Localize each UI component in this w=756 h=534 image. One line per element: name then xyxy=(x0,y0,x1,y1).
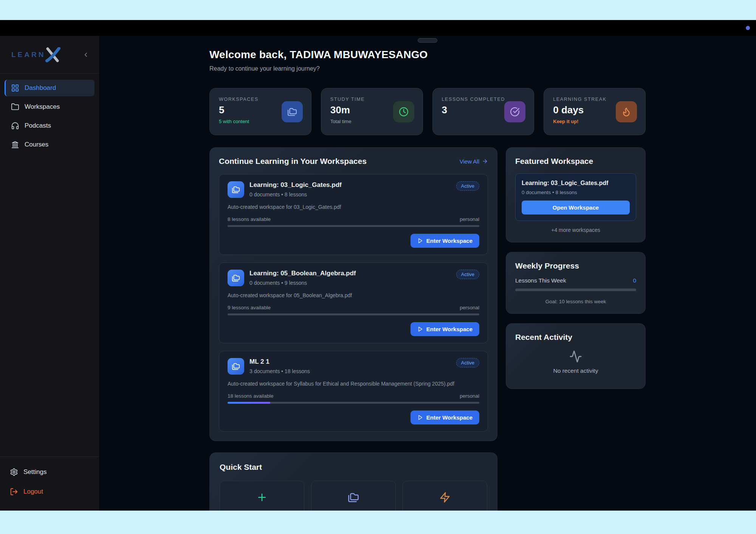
sidebar-item-dashboard[interactable]: Dashboard xyxy=(5,80,94,96)
sidebar-item-label: Courses xyxy=(25,141,48,148)
sidebar-item-label: Logout xyxy=(23,488,43,495)
stat-card-lessons-completed: LESSONS COMPLETED 3 xyxy=(432,88,534,135)
button-label: Enter Workspace xyxy=(426,414,472,421)
section-title: Recent Activity xyxy=(515,333,636,342)
logout-icon xyxy=(10,488,18,496)
recent-activity-panel: Recent Activity No recent activity xyxy=(506,323,646,389)
weekly-progress-track xyxy=(515,289,636,291)
section-title: Continue Learning in Your Workspaces xyxy=(219,157,367,166)
enter-workspace-button[interactable]: Enter Workspace xyxy=(411,234,479,248)
status-badge: Active xyxy=(456,358,479,367)
clock-icon xyxy=(393,101,414,122)
activity-pulse-icon xyxy=(569,350,582,363)
workspace-card-logic-gates[interactable]: Learning: 03_Logic_Gates.pdf 0 documents… xyxy=(219,174,488,255)
progress-track xyxy=(228,313,479,315)
view-all-link[interactable]: View All xyxy=(460,158,488,165)
sidebar-item-label: Dashboard xyxy=(25,84,56,92)
check-circle-icon xyxy=(504,101,525,122)
play-icon xyxy=(417,238,423,244)
page-subtitle: Ready to continue your learning journey? xyxy=(209,65,646,72)
featured-workspace-title: Learning: 03_Logic_Gates.pdf xyxy=(522,180,630,187)
open-workspace-button[interactable]: Open Workspace xyxy=(522,201,630,215)
drag-handle[interactable] xyxy=(418,38,437,43)
zap-icon xyxy=(439,492,451,503)
create-workspace-tile[interactable]: Create Workspace xyxy=(220,481,304,511)
lessons-available: 9 lessons available xyxy=(228,305,271,310)
bottom-strip xyxy=(0,511,756,534)
flame-icon xyxy=(616,101,637,122)
workspace-title: ML 2 1 xyxy=(249,358,310,366)
enter-workspace-button[interactable]: Enter Workspace xyxy=(411,322,479,336)
sidebar: LEARN Dashboard xyxy=(0,36,99,511)
section-title: Weekly Progress xyxy=(515,261,636,270)
play-icon xyxy=(417,326,423,332)
workspace-description: Auto-created workspace for 03_Logic_Gate… xyxy=(228,204,479,210)
gear-icon xyxy=(10,468,18,476)
folder-icon xyxy=(11,103,19,111)
sidebar-item-label: Podcasts xyxy=(25,122,51,130)
view-all-label: View All xyxy=(460,158,479,165)
section-title: Quick Start xyxy=(220,463,487,472)
workspace-description: Auto-created workspace for Syllabus for … xyxy=(228,381,479,387)
quick-start-panel: Quick Start Create Workspace xyxy=(209,452,497,511)
workspace-list: Learning: 03_Logic_Gates.pdf 0 documents… xyxy=(219,174,488,432)
stats-row: WORKSPACES 5 5 with content STUDY TIME 3… xyxy=(209,88,646,135)
progress-fill xyxy=(228,402,270,404)
stat-card-learning-streak: LEARNING STREAK 0 days Keep it up! xyxy=(544,88,646,135)
folders-icon xyxy=(282,101,303,122)
headphones-icon xyxy=(11,122,19,130)
app-window: LEARN Dashboard xyxy=(0,0,756,534)
quick-lesson-tile: Quick Lesson Coming Soon xyxy=(403,481,487,511)
sidebar-item-label: Settings xyxy=(23,468,46,476)
weekly-row-value: 0 xyxy=(633,277,636,284)
app-body: LEARN Dashboard xyxy=(0,36,756,511)
status-badge: Active xyxy=(456,181,479,191)
sidebar-item-courses[interactable]: Courses xyxy=(5,136,94,153)
stat-card-workspaces: WORKSPACES 5 5 with content xyxy=(209,88,311,135)
workspace-title: Learning: 03_Logic_Gates.pdf xyxy=(249,181,342,189)
title-bar xyxy=(0,20,756,36)
arrow-right-icon xyxy=(482,158,488,164)
workspace-folders-icon xyxy=(228,181,244,198)
sidebar-item-logout[interactable]: Logout xyxy=(5,483,94,500)
logo-x-mark-icon xyxy=(45,47,61,62)
sidebar-item-workspaces[interactable]: Workspaces xyxy=(5,99,94,115)
stat-card-study-time: STUDY TIME 30m Total time xyxy=(321,88,423,135)
school-icon xyxy=(11,140,19,149)
logo-block: LEARN xyxy=(0,36,99,74)
continue-learning-panel: Continue Learning in Your Workspaces Vie… xyxy=(209,147,497,441)
sidebar-item-settings[interactable]: Settings xyxy=(5,464,94,480)
page-title: Welcome back, TADIWA MBUWAYESANGO xyxy=(209,49,646,61)
plus-icon xyxy=(256,492,268,503)
workspace-meta: 0 documents • 9 lessons xyxy=(249,280,356,286)
more-workspaces-label: +4 more workspaces xyxy=(515,227,636,233)
all-workspaces-tile[interactable]: All Workspaces xyxy=(311,481,396,511)
enter-workspace-button[interactable]: Enter Workspace xyxy=(411,411,479,424)
workspace-folders-icon xyxy=(228,270,244,286)
dashboard-grid-icon xyxy=(11,84,19,92)
workspace-description: Auto-created workspace for 05_Boolean_Al… xyxy=(228,292,479,298)
top-strip xyxy=(0,0,756,20)
visibility-label: personal xyxy=(460,305,479,310)
weekly-progress-panel: Weekly Progress Lessons This Week 0 Goal… xyxy=(506,252,646,314)
workspace-folders-icon xyxy=(228,358,244,375)
featured-workspace-panel: Featured Workspace Learning: 03_Logic_Ga… xyxy=(506,147,646,242)
sidebar-item-label: Workspaces xyxy=(25,103,60,111)
visibility-label: personal xyxy=(460,393,479,399)
sidebar-item-podcasts[interactable]: Podcasts xyxy=(5,117,94,134)
workspace-card-ml-2-1[interactable]: ML 2 1 3 documents • 18 lessons Active A… xyxy=(219,351,488,432)
main-area: Welcome back, TADIWA MBUWAYESANGO Ready … xyxy=(99,36,756,511)
featured-workspace-card[interactable]: Learning: 03_Logic_Gates.pdf 0 documents… xyxy=(515,173,636,221)
featured-workspace-meta: 0 documents • 8 lessons xyxy=(522,190,630,195)
progress-track xyxy=(228,225,479,227)
workspace-title: Learning: 05_Boolean_Algebra.pdf xyxy=(249,270,356,277)
weekly-row-label: Lessons This Week xyxy=(515,277,566,284)
status-badge: Active xyxy=(456,270,479,279)
lessons-available: 8 lessons available xyxy=(228,216,271,222)
status-dot xyxy=(746,26,750,30)
empty-state-label: No recent activity xyxy=(553,367,598,374)
learnx-logo: LEARN xyxy=(11,47,61,62)
right-column: Featured Workspace Learning: 03_Logic_Ga… xyxy=(506,147,646,389)
workspace-card-boolean-algebra[interactable]: Learning: 05_Boolean_Algebra.pdf 0 docum… xyxy=(219,262,488,343)
sidebar-collapse-button[interactable] xyxy=(82,51,89,58)
